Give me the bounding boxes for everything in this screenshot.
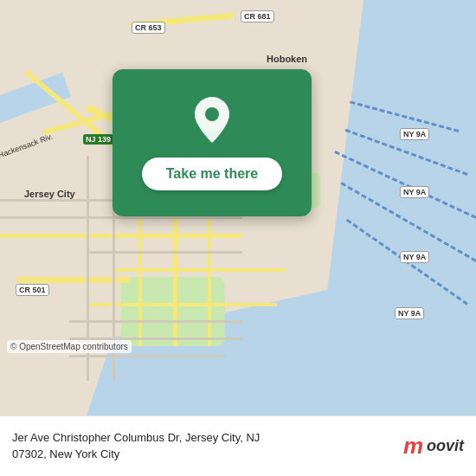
address-line1: Jer Ave Christopher Columbus Dr, Jersey … [12, 430, 403, 446]
road-horiz-3 [87, 303, 277, 306]
address-block: Jer Ave Christopher Columbus Dr, Jersey … [12, 430, 403, 461]
road-horiz-1 [0, 234, 242, 238]
take-me-there-button[interactable]: Take me there [142, 158, 282, 190]
location-pin-icon [190, 95, 234, 147]
road-grey-2 [0, 216, 242, 219]
badge-ny9a-2: NY 9A [400, 186, 429, 198]
badge-nj139: NJ 139 [83, 134, 113, 145]
hoboken-label: Hoboken [267, 54, 307, 64]
road-grey-6 [69, 320, 242, 323]
moovit-text: oovit [427, 437, 464, 455]
badge-cr681: CR 681 [241, 10, 274, 23]
badge-ny9a-4: NY 9A [395, 307, 424, 319]
road-horiz-2 [113, 268, 286, 272]
action-card: Take me there [113, 69, 312, 216]
moovit-logo: m oovit [403, 433, 464, 460]
road-grey-8 [69, 355, 225, 357]
badge-cr501: CR 501 [16, 284, 49, 296]
badge-ny9a-1: NY 9A [400, 128, 429, 140]
moovit-m-letter: m [403, 433, 423, 460]
jersey-city-label: Jersey City [24, 189, 75, 199]
road-grey-5 [87, 251, 242, 254]
bottom-bar: Jer Ave Christopher Columbus Dr, Jersey … [0, 415, 476, 476]
badge-ny9a-3: NY 9A [400, 251, 429, 263]
badge-cr653: CR 653 [132, 22, 165, 34]
map-container: CR 681 CR 653 NJ 139 CR 501 NY 9A NY 9A … [0, 0, 476, 415]
address-line2: 07302, New York City [12, 447, 403, 462]
osm-attribution: © OpenStreetMap contributors [7, 340, 132, 353]
svg-point-1 [205, 107, 219, 121]
